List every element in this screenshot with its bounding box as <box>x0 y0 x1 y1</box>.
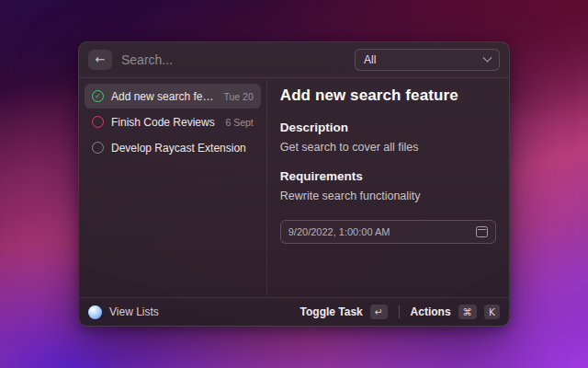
raycast-window: ← All ✓ Add new search feature Tue 20 Fi <box>78 41 510 327</box>
k-key-badge: K <box>484 305 500 319</box>
description-heading: Description <box>280 121 496 134</box>
list-item[interactable]: Develop Raycast Extension <box>85 135 261 160</box>
task-detail-panel: Add new search feature Description Get s… <box>267 78 509 297</box>
view-lists-label[interactable]: View Lists <box>109 305 159 318</box>
task-list: ✓ Add new search feature Tue 20 Finish C… <box>79 78 267 297</box>
chevron-down-icon <box>483 52 492 62</box>
window-footer: View Lists Toggle Task ↵ Actions ⌘ K <box>79 298 509 326</box>
back-arrow-icon: ← <box>96 52 106 66</box>
task-date: 6 Sept <box>225 117 253 128</box>
requirements-heading: Requirements <box>280 169 496 183</box>
task-date: Tue 20 <box>223 91 253 102</box>
datetime-value: 9/20/2022, 1:00:00 AM <box>288 226 390 237</box>
cmd-key-badge: ⌘ <box>458 305 478 319</box>
back-button[interactable]: ← <box>88 50 112 70</box>
task-title: Add new search feature <box>111 90 216 103</box>
actions-button[interactable]: Actions <box>411 305 451 318</box>
list-item[interactable]: ✓ Add new search feature Tue 20 <box>85 84 261 109</box>
task-title: Develop Raycast Extension <box>111 142 246 155</box>
calendar-icon <box>476 226 488 237</box>
view-lists-icon <box>88 305 102 319</box>
main-content: ✓ Add new search feature Tue 20 Finish C… <box>79 78 509 297</box>
description-body: Get search to cover all files <box>280 141 496 154</box>
footer-separator <box>399 305 400 318</box>
window-header: ← All <box>79 42 509 77</box>
requirements-body: Rewrite search functionality <box>280 190 496 202</box>
search-input[interactable] <box>121 52 345 67</box>
circle-icon <box>92 142 104 154</box>
circle-icon <box>92 116 104 128</box>
list-item[interactable]: Finish Code Reviews 6 Sept <box>85 109 261 134</box>
task-title: Finish Code Reviews <box>111 116 218 129</box>
desktop-wallpaper: ← All ✓ Add new search feature Tue 20 Fi <box>0 0 588 368</box>
toggle-task-button[interactable]: Toggle Task <box>300 305 363 318</box>
filter-dropdown[interactable]: All <box>355 49 500 71</box>
check-circle-icon: ✓ <box>92 90 104 102</box>
filter-dropdown-value: All <box>364 53 376 66</box>
datetime-picker-field[interactable]: 9/20/2022, 1:00:00 AM <box>280 220 496 244</box>
enter-key-badge: ↵ <box>370 305 388 319</box>
detail-title: Add new search feature <box>280 86 496 105</box>
